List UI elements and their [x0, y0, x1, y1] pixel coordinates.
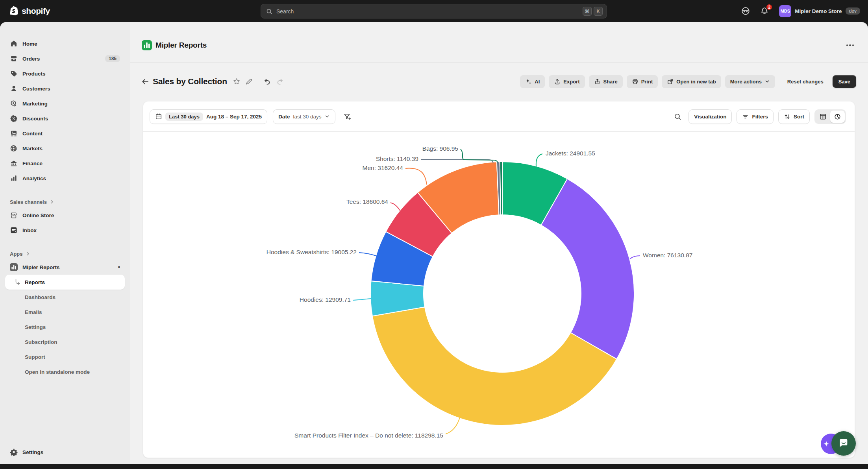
store-avatar: MDS: [779, 5, 791, 17]
orders-count-badge: 185: [105, 55, 120, 62]
page-title: Sales by Collection: [153, 77, 227, 86]
print-button[interactable]: Print: [627, 75, 658, 88]
pie-label-smart-products-filter-index-do-not-delete: Smart Products Filter Index – Do not del…: [294, 432, 443, 439]
favorite-star-icon[interactable]: [230, 75, 243, 88]
target-cursor-icon: [10, 100, 18, 107]
date-range-preset-chip: Last 30 days: [165, 113, 203, 121]
shopify-logo[interactable]: shopify: [9, 6, 50, 17]
visualization-button[interactable]: Visualization: [688, 109, 732, 124]
gear-icon: [10, 448, 18, 456]
sidebar-item-home[interactable]: Home: [5, 36, 125, 51]
filter-lines-icon: [742, 113, 749, 120]
save-button[interactable]: Save: [833, 75, 856, 88]
label-connector: [405, 168, 427, 185]
open-new-tab-button[interactable]: Open in new tab: [662, 75, 721, 88]
chat-support-fab[interactable]: [831, 431, 856, 456]
global-search-input[interactable]: Search ⌘ K: [261, 4, 607, 18]
more-actions-button[interactable]: More actions: [725, 75, 775, 88]
sort-arrows-icon: [784, 113, 790, 120]
sidebar-item-analytics[interactable]: Analytics: [5, 171, 125, 186]
pie-label-shorts: Shorts: 1140.39: [376, 155, 418, 162]
workspace: Home Orders 185 Products Customers Marke…: [0, 22, 868, 464]
label-connector: [536, 154, 542, 166]
pie-label-jackets: Jackets: 24901.55: [546, 150, 595, 157]
report-toolbar: Last 30 days Aug 18 – Sep 17, 2025 Date …: [143, 102, 855, 132]
shortcut-cmd-key: ⌘: [583, 7, 592, 16]
more-options-icon[interactable]: [844, 42, 857, 49]
pie-label-tees: Tees: 18600.64: [346, 198, 388, 205]
sidebar-item-mipler-reports-app[interactable]: Mipler Reports •: [5, 260, 125, 275]
sidebar-item-inbox[interactable]: Inbox: [5, 223, 125, 238]
env-badge: dev: [846, 7, 860, 15]
storefront-icon: [10, 211, 18, 219]
sidebar-item-finance[interactable]: Finance: [5, 156, 125, 171]
undo-icon[interactable]: [261, 75, 274, 88]
date-range-button[interactable]: Last 30 days Aug 18 – Sep 17, 2025: [150, 109, 267, 124]
sidebar-item-settings[interactable]: Settings: [5, 445, 125, 460]
mipler-app-icon: [10, 263, 18, 271]
tag-icon: [10, 70, 18, 78]
chevron-down-icon: [764, 79, 770, 84]
chevron-right-icon: [50, 199, 54, 204]
notifications-bell-icon[interactable]: 2: [758, 4, 771, 18]
reset-changes-button[interactable]: Reset changes: [782, 75, 829, 88]
date-filter-select[interactable]: Date last 30 days: [273, 109, 335, 124]
sidebar-item-orders[interactable]: Orders 185: [5, 51, 125, 66]
label-connector: [461, 149, 498, 162]
ai-button[interactable]: AI: [520, 75, 545, 88]
bank-icon: [10, 159, 18, 167]
label-connector: [391, 203, 400, 210]
app-header: Mipler Reports: [130, 22, 868, 62]
sidebar: Home Orders 185 Products Customers Marke…: [0, 22, 130, 464]
sidebar-item-products[interactable]: Products: [5, 66, 125, 81]
search-report-icon[interactable]: [671, 110, 684, 123]
sidebar-item-customers[interactable]: Customers: [5, 81, 125, 96]
store-name: Mipler Demo Store: [795, 8, 842, 14]
donut-chart-svg: Jackets: 24901.55Women: 76130.87Smart Pr…: [143, 132, 855, 458]
sidebar-item-content[interactable]: Content: [5, 126, 125, 141]
sidebar-item-dashboards[interactable]: Dashboards: [5, 290, 125, 305]
sparkle-icon: [525, 78, 532, 85]
export-icon: [554, 78, 561, 85]
external-link-icon: [667, 78, 674, 85]
report-card: Last 30 days Aug 18 – Sep 17, 2025 Date …: [143, 101, 855, 458]
export-button[interactable]: Export: [549, 75, 585, 88]
sidebar-item-app-settings[interactable]: Settings: [5, 319, 125, 334]
sidebar-item-online-store[interactable]: Online Store: [5, 208, 125, 223]
topbar-right: 2 MDS Mipler Demo Store dev: [739, 0, 862, 22]
sidebar-item-marketing[interactable]: Marketing: [5, 96, 125, 111]
redo-icon[interactable]: [274, 75, 286, 88]
add-filter-icon[interactable]: [341, 110, 353, 123]
svg-text:$: $: [15, 148, 17, 151]
sidebar-section-sales-channels[interactable]: Sales channels: [5, 196, 125, 208]
mipler-reports-app-icon: [142, 40, 152, 50]
shortcut-k-key: K: [594, 7, 603, 16]
dev-mode-icon[interactable]: [739, 4, 752, 18]
pie-slice-women[interactable]: [541, 179, 634, 359]
back-button[interactable]: [139, 75, 151, 88]
sidebar-item-support[interactable]: Support: [5, 349, 125, 364]
chart-view-toggle[interactable]: [830, 111, 845, 123]
main-content: Mipler Reports Sales by Collection: [130, 22, 868, 464]
topbar: shopify Search ⌘ K 2 MDS Mipler Demo Sto…: [0, 0, 868, 22]
page-title-row: Sales by Collection AI Export: [130, 63, 868, 96]
store-menu[interactable]: MDS Mipler Demo Store dev: [777, 4, 862, 19]
filters-button[interactable]: Filters: [737, 109, 774, 124]
shopify-wordmark: shopify: [22, 6, 50, 16]
sidebar-item-reports[interactable]: Reports: [5, 275, 125, 290]
app-update-dot: •: [118, 264, 120, 270]
rename-pencil-icon[interactable]: [243, 75, 255, 88]
sidebar-item-subscription[interactable]: Subscription: [5, 334, 125, 349]
sidebar-item-emails[interactable]: Emails: [5, 305, 125, 319]
sidebar-item-discounts[interactable]: Discounts: [5, 111, 125, 126]
home-icon: [10, 40, 18, 48]
table-view-toggle[interactable]: [816, 111, 830, 123]
sort-button[interactable]: Sort: [778, 109, 810, 124]
sidebar-section-apps[interactable]: Apps: [5, 248, 125, 260]
sidebar-item-open-standalone[interactable]: Open in standalone mode: [5, 364, 125, 379]
share-button[interactable]: Share: [589, 75, 623, 88]
bar-chart-icon: [10, 174, 18, 182]
sidebar-item-markets[interactable]: $ Markets: [5, 141, 125, 156]
pie-label-hoodies-sweatshirts: Hoodies & Sweatshirts: 19005.22: [267, 249, 357, 255]
shopify-admin: { "topbar": { "logo_text": "shopify", "s…: [0, 0, 868, 469]
